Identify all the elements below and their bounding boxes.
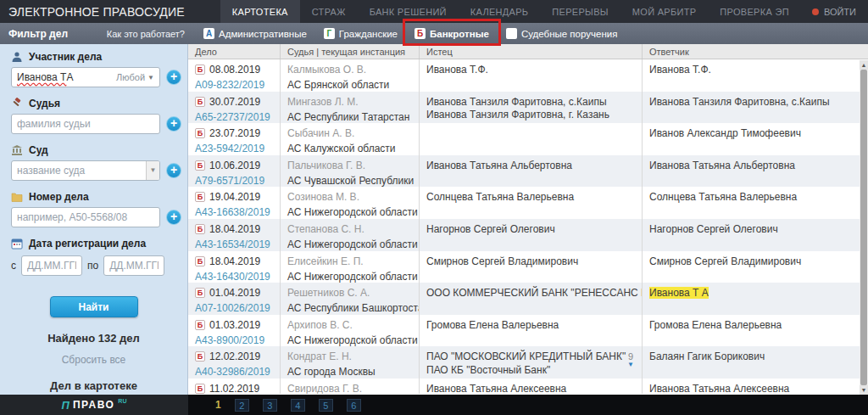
page-button-1[interactable]: 1 bbox=[215, 399, 221, 412]
case-date: 19.04.2019 bbox=[209, 191, 260, 203]
pravo-ru-logo[interactable]: П ПРАВО RU bbox=[0, 395, 188, 415]
table-row: Б 11.02.2019 А45-4130/2019 Свиридова Г. … bbox=[188, 379, 868, 394]
folder-icon bbox=[11, 191, 23, 203]
nav-item-moy-arbitr[interactable]: МОЙ АРБИТР bbox=[620, 0, 709, 23]
filter-tab-administrative[interactable]: ААдминистративные bbox=[195, 23, 315, 44]
filter-tab-civil[interactable]: ГГражданские bbox=[315, 23, 406, 44]
search-button[interactable]: Найти bbox=[50, 296, 138, 317]
nav-item-proverka-ep[interactable]: ПРОВЕРКА ЭП bbox=[708, 0, 800, 23]
login-label: ВОЙТИ bbox=[824, 7, 856, 17]
add-judge-button[interactable]: + bbox=[166, 116, 181, 132]
filter-tab-label: Административные bbox=[219, 29, 307, 39]
person-icon bbox=[11, 51, 23, 63]
date-from-input[interactable] bbox=[21, 255, 82, 276]
case-date: 01.04.2019 bbox=[209, 287, 260, 299]
pagination: 123456 bbox=[188, 395, 868, 415]
gavel-icon bbox=[11, 98, 23, 109]
app-title: ЭЛЕКТРОННОЕ ПРАВОСУДИЕ bbox=[0, 0, 185, 23]
bankruptcy-case-icon: Б bbox=[195, 256, 205, 266]
case-date: 18.04.2019 bbox=[209, 223, 260, 235]
calendar-icon bbox=[11, 238, 23, 250]
reg-date-section-header: Дата регистрации дела bbox=[0, 238, 187, 250]
table-row: Б 30.07.2019 А65-22737/2019 Мингазов Л. … bbox=[188, 92, 868, 124]
table-header: Дело Судья | текущая инстанция Истец Отв… bbox=[188, 44, 868, 59]
court-dropdown-caret-icon[interactable]: ▼ bbox=[146, 161, 159, 180]
nav-item-kartoteka[interactable]: КАРТОТЕКА bbox=[220, 0, 300, 23]
judge-name: Сыбачин А. В. bbox=[287, 127, 412, 139]
add-participant-button[interactable]: + bbox=[166, 70, 181, 85]
case-number-link[interactable]: А43-16430/2019 bbox=[195, 271, 273, 283]
add-court-button[interactable]: + bbox=[166, 163, 181, 178]
participant-value-misspelled: Иванова Т bbox=[17, 71, 66, 83]
page-button-5[interactable]: 5 bbox=[319, 399, 333, 412]
nav-item-pereryvy[interactable]: ПЕРЕРЫВЫ bbox=[540, 0, 620, 23]
counter-title: Дел в картотеке bbox=[0, 379, 187, 392]
how-it-works-link[interactable]: Как это работает? bbox=[107, 29, 188, 39]
case-number-link[interactable]: А40-32986/2019 bbox=[195, 366, 273, 378]
judge-name: Калмыкова О. В. bbox=[287, 64, 412, 76]
page-button-2[interactable]: 2 bbox=[235, 399, 249, 412]
case-number-input[interactable] bbox=[11, 207, 160, 227]
case-number-link[interactable]: А23-5942/2019 bbox=[195, 143, 273, 154]
judge-name: Мингазов Л. М. bbox=[287, 96, 412, 108]
table-row: Б 18.04.2019 А43-16534/2019 Степанова С.… bbox=[188, 219, 868, 251]
plaintiff-names: Нагорнов Сергей Олегович bbox=[426, 223, 635, 237]
scroll-down-icon[interactable]: ▼ bbox=[860, 385, 868, 395]
nav-item-strazh[interactable]: СТРАЖ bbox=[300, 0, 358, 23]
judge-name: Елисейкин Е. П. bbox=[287, 255, 412, 267]
table-row: Б 19.04.2019 А43-16638/2019 Созинова М. … bbox=[188, 187, 868, 219]
participant-input[interactable]: Иванова Т А Любой ▼ bbox=[11, 67, 160, 87]
page-button-4[interactable]: 4 bbox=[291, 399, 305, 412]
top-navigation-bar: ЭЛЕКТРОННОЕ ПРАВОСУДИЕ КАРТОТЕКАСТРАЖБАН… bbox=[0, 0, 868, 23]
judge-input[interactable] bbox=[11, 114, 160, 134]
court-name: АС Нижегородской области bbox=[287, 206, 412, 218]
reset-all-link[interactable]: Сбросить все bbox=[0, 354, 187, 366]
bankruptcy-case-icon: Б bbox=[195, 351, 205, 362]
filter-bar-left: Фильтр дел Как это работает? bbox=[0, 23, 188, 44]
judge-name: Пальчикова Г. В. bbox=[287, 160, 412, 171]
case-date: 11.02.2019 bbox=[209, 383, 259, 394]
footer-bar: П ПРАВО RU 123456 bbox=[0, 395, 868, 415]
participant-role-dropdown[interactable]: Любой ▼ bbox=[116, 72, 154, 82]
bankruptcy-case-icon: Б bbox=[195, 64, 205, 75]
case-number-link[interactable]: А43-16534/2019 bbox=[195, 238, 273, 250]
table-scrollbar[interactable]: ▲ ▼ bbox=[860, 60, 868, 395]
plaintiff-names: ПАО "МОСКОВСКИЙ КРЕДИТНЫЙ БАНК"ПАО КБ "В… bbox=[426, 351, 635, 377]
case-number-link[interactable]: А09-8232/2019 bbox=[195, 79, 273, 91]
page-button-6[interactable]: 6 bbox=[347, 399, 361, 412]
filter-tab-court-orders[interactable]: Судебные поручения bbox=[498, 23, 626, 44]
judge-section-header: Судья bbox=[0, 98, 187, 109]
court-name: АС города Москвы bbox=[287, 366, 412, 378]
defendant-names: Иванова Танзиля Фаритовна, с.Каипы bbox=[649, 96, 861, 109]
case-number-link[interactable]: А65-22737/2019 bbox=[195, 111, 273, 123]
case-number-link[interactable]: А43-8900/2019 bbox=[195, 334, 273, 346]
add-case-number-button[interactable]: + bbox=[166, 210, 181, 225]
case-number-link[interactable]: А79-6571/2019 bbox=[195, 175, 273, 187]
table-row: Б 01.03.2019 А43-8900/2019 Архипов В. С.… bbox=[188, 315, 868, 347]
nav-item-bank-resheniy[interactable]: БАНК РЕШЕНИЙ bbox=[358, 0, 459, 23]
case-number-link[interactable]: А43-16638/2019 bbox=[195, 206, 273, 218]
filter-tab-label: Банкротные bbox=[430, 29, 489, 39]
filter-tab-bankruptcy[interactable]: ББанкротные bbox=[406, 23, 498, 44]
judge-name: Архипов В. С. bbox=[287, 319, 412, 331]
date-to-input[interactable] bbox=[103, 255, 164, 276]
case-type-tabs: ААдминистративныеГГражданскиеББанкротные… bbox=[195, 23, 626, 44]
court-input[interactable] bbox=[11, 160, 160, 181]
table-row: Б 23.07.2019 А23-5942/2019 Сыбачин А. В.… bbox=[188, 123, 868, 155]
main-nav: КАРТОТЕКАСТРАЖБАНК РЕШЕНИЙКАЛЕНДАРЬПЕРЕР… bbox=[220, 0, 801, 23]
defendant-names: Иванова Татьяна Альбертовна bbox=[649, 160, 861, 173]
pravo-logo-icon: П bbox=[62, 399, 70, 412]
content-area: Участник дела Иванова Т А Любой ▼ + Судь… bbox=[0, 44, 868, 395]
nav-item-kalendar[interactable]: КАЛЕНДАРЬ bbox=[459, 0, 541, 23]
case-number-link[interactable]: А07-10026/2019 bbox=[195, 302, 273, 314]
more-plaintiffs-badge[interactable]: 9 ▼ bbox=[627, 351, 634, 368]
scroll-up-icon[interactable]: ▲ bbox=[860, 60, 868, 70]
table-row: Б 10.06.2019 А79-6571/2019 Пальчикова Г.… bbox=[188, 155, 868, 188]
scrollbar-thumb[interactable] bbox=[860, 70, 867, 385]
table-row: Б 12.02.2019 А40-32986/2019 Кондрат Е. Н… bbox=[188, 346, 868, 379]
page-button-3[interactable]: 3 bbox=[263, 399, 277, 412]
bankruptcy-case-icon: Б bbox=[195, 384, 205, 394]
login-button[interactable]: ВОЙТИ bbox=[812, 0, 868, 23]
plaintiff-names: Громова Елена Валерьевна bbox=[426, 319, 635, 333]
court-section-header: Суд bbox=[0, 144, 187, 156]
